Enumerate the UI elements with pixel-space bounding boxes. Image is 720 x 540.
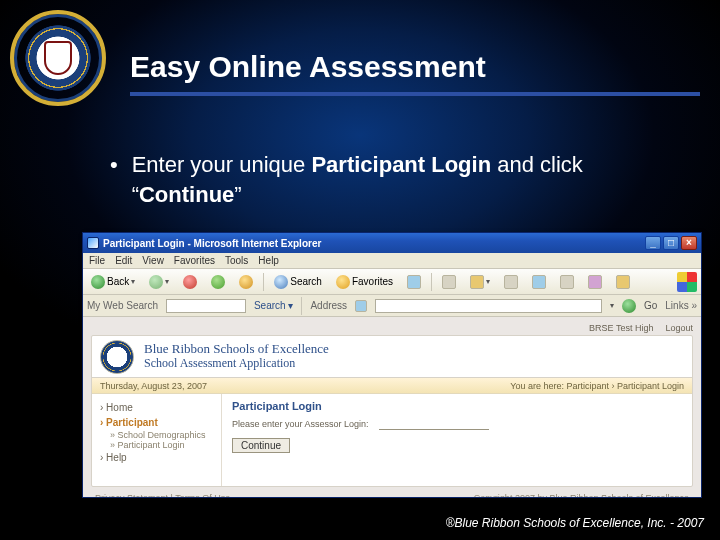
content-card: Blue Ribbon Schools of Excellence School… — [91, 335, 693, 487]
nav-label: Help — [106, 452, 127, 463]
print-button[interactable] — [500, 272, 522, 292]
print-icon — [504, 275, 518, 289]
close-button[interactable]: × — [681, 236, 697, 250]
menu-file[interactable]: File — [89, 255, 105, 266]
nav-school-demographics[interactable]: » School Demographics — [100, 430, 213, 440]
page-icon — [355, 300, 367, 312]
bullet-part: Enter your unique — [132, 152, 312, 177]
ie-window: Participant Login - Microsoft Internet E… — [82, 232, 702, 498]
main-panel: Participant Login Please enter your Asse… — [222, 394, 692, 486]
page-body: BRSE Test High Logout Blue Ribbon School… — [83, 317, 701, 497]
chevron-down-icon[interactable]: ▾ — [610, 301, 614, 310]
back-button[interactable]: Back ▾ — [87, 272, 139, 292]
ie-titlebar[interactable]: Participant Login - Microsoft Internet E… — [83, 233, 701, 253]
banner: Blue Ribbon Schools of Excellence School… — [92, 336, 692, 378]
ie-address-bar: My Web Search Search ▾ Address ▾ Go Link… — [83, 295, 701, 317]
brse-seal-icon — [100, 340, 134, 374]
page-top-right: BRSE Test High Logout — [91, 323, 693, 335]
favorites-button[interactable]: Favorites — [332, 272, 397, 292]
banner-line-1: Blue Ribbon Schools of Excellence — [144, 342, 329, 357]
banner-line-2: School Assessment Application — [144, 357, 329, 371]
bullet-list: • Enter your unique Participant Login an… — [110, 150, 690, 209]
back-icon — [91, 275, 105, 289]
bullet-dot: • — [110, 150, 132, 209]
chevron-down-icon: ▾ — [165, 277, 169, 286]
messenger-icon — [616, 275, 630, 289]
history-button[interactable] — [438, 272, 460, 292]
menu-view[interactable]: View — [142, 255, 164, 266]
nav-home[interactable]: › Home — [100, 400, 213, 415]
links-button[interactable]: Links » — [665, 300, 697, 311]
copyright: Copyright 2007 by Blue Ribbon Schools of… — [474, 493, 689, 497]
nav-participant-login[interactable]: » Participant Login — [100, 440, 213, 450]
bullet-bold-1: Participant Login — [311, 152, 491, 177]
go-icon[interactable] — [622, 299, 636, 313]
slide-footer: ®Blue Ribbon Schools of Excellence, Inc.… — [446, 516, 704, 530]
legal-row: Privacy Statement | Terms Of Use Copyrig… — [91, 487, 693, 497]
menu-tools[interactable]: Tools — [225, 255, 248, 266]
edit-icon — [532, 275, 546, 289]
discuss-button[interactable] — [556, 272, 578, 292]
search-label: Search — [290, 276, 322, 287]
nav-help[interactable]: › Help — [100, 450, 213, 465]
edit-button[interactable] — [528, 272, 550, 292]
mywebsearch-label: My Web Search — [87, 300, 158, 311]
home-icon — [239, 275, 253, 289]
address-label: Address — [310, 300, 347, 311]
login-input[interactable] — [379, 418, 489, 430]
side-nav: › Home › Participant » School Demographi… — [92, 394, 222, 486]
bullet-part: ” — [234, 182, 241, 207]
panel-heading: Participant Login — [232, 400, 682, 412]
bullet-bold-2: Continue — [139, 182, 234, 207]
star-icon — [336, 275, 350, 289]
search-icon — [274, 275, 288, 289]
discuss-icon — [560, 275, 574, 289]
login-prompt: Please enter your Assessor Login: — [232, 419, 369, 429]
windows-flag-icon — [677, 272, 697, 292]
home-button[interactable] — [235, 272, 257, 292]
current-date: Thursday, August 23, 2007 — [100, 381, 207, 391]
go-label[interactable]: Go — [644, 300, 657, 311]
maximize-button[interactable]: □ — [663, 236, 679, 250]
ie-app-icon — [87, 237, 99, 249]
ie-toolbar: Back ▾ ▾ Search Favorites ▾ — [83, 269, 701, 295]
logout-link[interactable]: Logout — [665, 323, 693, 333]
forward-icon — [149, 275, 163, 289]
bullet-text: Enter your unique Participant Login and … — [132, 150, 690, 209]
forward-button[interactable]: ▾ — [145, 272, 173, 292]
nav-label: Participant — [106, 417, 158, 428]
search-button[interactable]: Search — [270, 272, 326, 292]
school-name: BRSE Test High — [589, 323, 653, 333]
messenger-button[interactable] — [612, 272, 634, 292]
breadcrumb: You are here: Participant › Participant … — [510, 381, 684, 391]
minimize-button[interactable]: _ — [645, 236, 661, 250]
research-icon — [588, 275, 602, 289]
mywebsearch-input[interactable] — [166, 299, 246, 313]
research-button[interactable] — [584, 272, 606, 292]
chevron-down-icon: ▾ — [131, 277, 135, 286]
stop-button[interactable] — [179, 272, 201, 292]
ie-menubar: File Edit View Favorites Tools Help — [83, 253, 701, 269]
menu-help[interactable]: Help — [258, 255, 279, 266]
media-button[interactable] — [403, 272, 425, 292]
address-input[interactable] — [375, 299, 602, 313]
menu-edit[interactable]: Edit — [115, 255, 132, 266]
window-buttons: _ □ × — [645, 236, 697, 250]
nav-participant[interactable]: › Participant — [100, 415, 213, 430]
mywebsearch-button[interactable]: Search ▾ — [254, 300, 293, 311]
ie-window-title: Participant Login - Microsoft Internet E… — [103, 238, 321, 249]
media-icon — [407, 275, 421, 289]
refresh-button[interactable] — [207, 272, 229, 292]
history-icon — [442, 275, 456, 289]
menu-favorites[interactable]: Favorites — [174, 255, 215, 266]
refresh-icon — [211, 275, 225, 289]
privacy-terms[interactable]: Privacy Statement | Terms Of Use — [95, 493, 230, 497]
stop-icon — [183, 275, 197, 289]
brse-logo — [10, 10, 106, 106]
chevron-down-icon: ▾ — [486, 277, 490, 286]
banner-text: Blue Ribbon Schools of Excellence School… — [144, 342, 329, 371]
title-row: Easy Online Assessment — [130, 50, 700, 96]
back-label: Back — [107, 276, 129, 287]
continue-button[interactable]: Continue — [232, 438, 290, 453]
mail-button[interactable]: ▾ — [466, 272, 494, 292]
